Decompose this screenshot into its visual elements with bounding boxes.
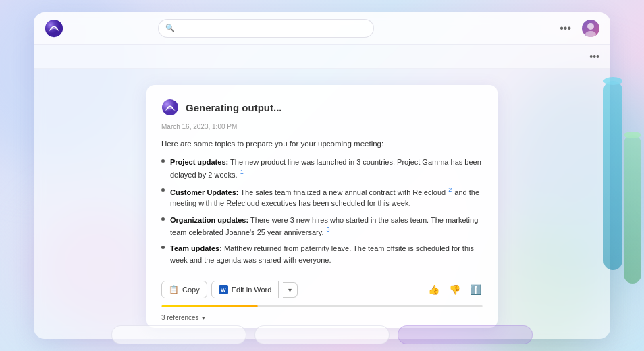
info-button[interactable]: ℹ️ bbox=[468, 283, 483, 296]
references-row[interactable]: 3 references ▾ bbox=[161, 314, 483, 321]
card-date: March 16, 2023, 1:00 PM bbox=[161, 123, 483, 130]
svg-point-3 bbox=[162, 99, 178, 115]
app-frame: 🔍 ••• ••• bbox=[34, 12, 610, 339]
progress-bar-row bbox=[161, 305, 483, 307]
bullet-text-1: Project updates: The new product line wa… bbox=[170, 157, 483, 180]
bottom-pill-1[interactable] bbox=[111, 325, 246, 344]
references-label: 3 references bbox=[161, 314, 199, 321]
references-chevron-icon: ▾ bbox=[202, 315, 205, 321]
bullet-text-3: Organization updates: There were 3 new h… bbox=[170, 215, 483, 238]
bullet-label-2: Customer Updates: bbox=[170, 188, 238, 196]
edit-in-word-button[interactable]: W Edit in Word bbox=[211, 281, 279, 298]
reference-2[interactable]: 2 bbox=[448, 186, 452, 195]
bullet-dot bbox=[161, 159, 165, 163]
generating-status: Generating output... bbox=[186, 102, 282, 113]
card-actions: 📋 Copy W Edit in Word ▾ 👍 bbox=[161, 275, 483, 298]
main-content: Generating output... March 16, 2023, 1:0… bbox=[34, 69, 610, 339]
card-header: Generating output... bbox=[161, 99, 483, 116]
list-item: Project updates: The new product line wa… bbox=[161, 157, 483, 180]
top-bar: 🔍 ••• bbox=[34, 12, 610, 45]
info-icon: ℹ️ bbox=[470, 284, 481, 295]
svg-point-2 bbox=[585, 31, 596, 37]
copilot-logo bbox=[45, 19, 63, 38]
search-bar[interactable]: 🔍 bbox=[158, 19, 374, 38]
toolbar-more-button[interactable]: ••• bbox=[589, 51, 599, 62]
bullet-dot bbox=[161, 217, 165, 221]
bottom-pill-2[interactable] bbox=[254, 325, 390, 344]
bullet-label-1: Project updates: bbox=[170, 158, 228, 166]
svg-point-1 bbox=[587, 23, 594, 30]
bullet-text-2: Customer Updates: The sales team finaliz… bbox=[170, 186, 483, 209]
bullet-text-4: Team updates: Matthew returned from pate… bbox=[170, 243, 483, 265]
bullet-content-2a: The sales team finalized a new annual co… bbox=[240, 188, 448, 196]
bullet-dot bbox=[161, 246, 165, 249]
bullet-label-3: Organization updates: bbox=[170, 216, 248, 224]
progress-track bbox=[161, 305, 483, 307]
copy-icon: 📋 bbox=[169, 285, 179, 294]
list-item: Team updates: Matthew returned from pate… bbox=[161, 243, 483, 265]
user-avatar[interactable] bbox=[582, 20, 599, 37]
search-icon: 🔍 bbox=[165, 24, 175, 32]
thumbs-up-icon: 👍 bbox=[428, 284, 439, 295]
progress-fill bbox=[161, 305, 258, 307]
word-icon: W bbox=[219, 285, 228, 294]
action-buttons-right: 👍 👎 ℹ️ bbox=[427, 283, 483, 296]
toolbar-row: ••• bbox=[34, 45, 610, 69]
list-item: Customer Updates: The sales team finaliz… bbox=[161, 186, 483, 209]
more-menu-button[interactable]: ••• bbox=[556, 21, 575, 36]
action-buttons-left: 📋 Copy W Edit in Word ▾ bbox=[161, 281, 298, 298]
thumbs-down-icon: 👎 bbox=[449, 284, 460, 295]
copilot-card: Generating output... March 16, 2023, 1:0… bbox=[146, 85, 498, 328]
bottom-pill-3[interactable] bbox=[398, 325, 533, 344]
reference-3[interactable]: 3 bbox=[327, 225, 330, 235]
thumbs-down-button[interactable]: 👎 bbox=[448, 283, 462, 296]
edit-word-dropdown-button[interactable]: ▾ bbox=[283, 282, 298, 298]
copy-button[interactable]: 📋 Copy bbox=[161, 281, 207, 298]
copy-label: Copy bbox=[182, 286, 200, 294]
bullet-dot bbox=[161, 188, 165, 192]
bottom-input-row bbox=[0, 325, 644, 344]
bullet-label-4: Team updates: bbox=[170, 244, 222, 252]
reference-1[interactable]: 1 bbox=[240, 168, 244, 178]
bullet-list: Project updates: The new product line wa… bbox=[161, 157, 483, 265]
dropdown-chevron-icon: ▾ bbox=[288, 286, 292, 294]
top-bar-right: ••• bbox=[556, 20, 599, 37]
edit-word-label: Edit in Word bbox=[232, 286, 272, 294]
thumbs-up-button[interactable]: 👍 bbox=[427, 283, 441, 296]
copilot-card-icon bbox=[161, 99, 179, 116]
list-item: Organization updates: There were 3 new h… bbox=[161, 215, 483, 238]
card-intro: Here are some topics to prepare you for … bbox=[161, 138, 483, 150]
